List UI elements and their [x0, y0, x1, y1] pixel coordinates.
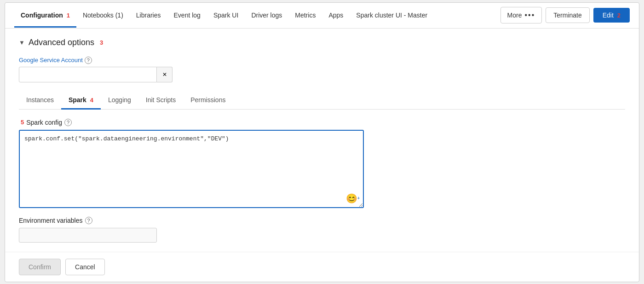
- environment-variables-input[interactable]: [19, 228, 157, 243]
- more-button[interactable]: More •••: [500, 7, 542, 23]
- collapse-icon[interactable]: ▼: [19, 39, 25, 46]
- environment-variables-help-icon[interactable]: ?: [85, 217, 92, 224]
- subtab-logging[interactable]: Logging: [101, 92, 138, 110]
- tab-event-log[interactable]: Event log: [167, 3, 207, 28]
- spark-config-help-icon[interactable]: ?: [64, 119, 72, 126]
- spark-config-label: 5 Spark config ?: [19, 119, 625, 126]
- google-service-account-help-icon[interactable]: ?: [85, 57, 92, 64]
- subtab-spark[interactable]: Spark 4: [61, 92, 101, 110]
- tab-metrics[interactable]: Metrics: [288, 3, 322, 28]
- advanced-options-title: Advanced options: [29, 38, 94, 47]
- emoji-button[interactable]: 😊+: [346, 192, 359, 205]
- spark-config-wrapper: 😊+: [19, 130, 364, 209]
- tab-driver-logs[interactable]: Driver logs: [245, 3, 288, 28]
- main-container: Configuration 1 Notebooks (1) Libraries …: [5, 2, 639, 282]
- bottom-actions: Confirm Cancel: [5, 252, 639, 282]
- top-nav-actions: More ••• Terminate Edit 2: [500, 7, 630, 23]
- environment-variables-input-row: [19, 228, 625, 243]
- advanced-options-header: ▼ Advanced options 3: [19, 38, 625, 47]
- top-nav: Configuration 1 Notebooks (1) Libraries …: [5, 3, 639, 29]
- dots-icon: •••: [524, 11, 535, 19]
- terminate-button[interactable]: Terminate: [546, 7, 589, 23]
- content-area: ▼ Advanced options 3 Google Service Acco…: [5, 29, 639, 252]
- service-account-input-wrap: ✕: [19, 67, 625, 82]
- tab-configuration[interactable]: Configuration 1: [14, 3, 76, 28]
- tab-notebooks[interactable]: Notebooks (1): [76, 3, 130, 28]
- service-account-clear-button[interactable]: ✕: [157, 67, 172, 82]
- edit-button[interactable]: Edit 2: [593, 8, 630, 23]
- environment-variables-label: Environment variables ?: [19, 217, 625, 224]
- spark-config-textarea[interactable]: [19, 130, 364, 208]
- google-service-account-input[interactable]: [19, 67, 157, 82]
- tab-spark-cluster-ui[interactable]: Spark cluster UI - Master: [350, 3, 434, 28]
- cancel-button[interactable]: Cancel: [65, 259, 105, 275]
- subtab-init-scripts[interactable]: Init Scripts: [138, 92, 183, 110]
- tab-apps[interactable]: Apps: [322, 3, 350, 28]
- confirm-button[interactable]: Confirm: [19, 259, 61, 275]
- tab-spark-ui[interactable]: Spark UI: [207, 3, 245, 28]
- subtab-permissions[interactable]: Permissions: [183, 92, 233, 110]
- tab-libraries[interactable]: Libraries: [130, 3, 167, 28]
- sub-tabs: Instances Spark 4 Logging Init Scripts P…: [19, 92, 625, 110]
- google-service-account-label: Google Service Account ?: [19, 57, 625, 64]
- subtab-instances[interactable]: Instances: [19, 92, 61, 110]
